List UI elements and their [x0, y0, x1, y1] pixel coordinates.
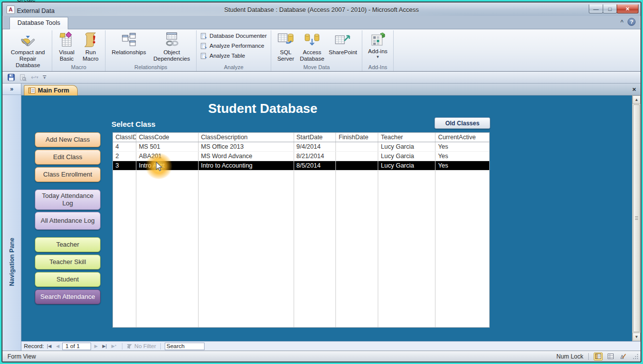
group-label-addins[interactable]: Add-Ins: [365, 64, 391, 71]
column-header[interactable]: StartDate: [294, 133, 336, 142]
table-row[interactable]: 2 ABA201 MS Word Advance 8/21/2014 Lucy …: [113, 152, 489, 161]
form-button[interactable]: Class Enrollment: [35, 167, 101, 182]
record-search-input[interactable]: [165, 343, 205, 350]
save-icon[interactable]: [7, 74, 15, 81]
object-dependencies-button[interactable]: Object Dependencies: [150, 31, 194, 63]
form-button[interactable]: Edit Class: [35, 150, 101, 165]
access-database-button[interactable]: Access Database: [298, 31, 326, 63]
cell-currentactive[interactable]: Yes: [435, 152, 489, 161]
sharepoint-icon: [334, 32, 351, 48]
tab-main-form[interactable]: Main Form: [24, 85, 78, 95]
no-filter-button[interactable]: No Filter: [126, 343, 156, 349]
filter-icon: [126, 344, 132, 349]
analyze-item-button[interactable]: Analyze Table: [199, 51, 268, 61]
analyze-item-button[interactable]: Analyze Performance: [199, 41, 268, 51]
sql-server-button[interactable]: SQL Server: [274, 31, 298, 63]
cell-finishdate[interactable]: [336, 161, 378, 170]
undo-icon[interactable]: ↩▾: [31, 74, 38, 81]
scroll-down-icon[interactable]: ▼: [633, 333, 641, 341]
cell-classdescription[interactable]: MS Word Advance: [199, 152, 294, 161]
column-header[interactable]: CurrentActive: [435, 133, 489, 142]
group-label-relationships[interactable]: Relationships: [108, 64, 194, 71]
cell-classid[interactable]: 4: [113, 142, 136, 151]
analyze-item-button[interactable]: Database Documenter: [199, 31, 268, 41]
workspace: » Navigation Pane Main Form ×: [2, 84, 641, 351]
cell-finishdate[interactable]: [336, 152, 378, 161]
print-preview-icon[interactable]: [19, 74, 26, 81]
cell-classdescription[interactable]: Intro to Accounting: [199, 161, 294, 170]
sharepoint-button[interactable]: SharePoint: [326, 31, 359, 57]
form-button[interactable]: Teacher Skill: [35, 255, 101, 270]
visual-basic-button[interactable]: Visual Basic: [55, 31, 79, 63]
form-button[interactable]: Teacher: [35, 237, 101, 252]
column-header[interactable]: Teacher: [378, 133, 435, 142]
form-button[interactable]: Add New Class: [35, 132, 101, 147]
group-label-macro[interactable]: Macro: [55, 64, 103, 71]
column-header[interactable]: ClassDescription: [199, 133, 294, 142]
table-row[interactable]: 3 Intro Acct Intro to Accounting 8/5/201…: [113, 161, 489, 171]
record-navigation-bar: Record: |◀ ◀ 1 of 1 ▶ ▶| ▶* No Filter: [21, 341, 641, 351]
form-button[interactable]: All Attendance Log: [35, 212, 101, 230]
first-record-button[interactable]: |◀: [45, 344, 53, 349]
help-icon[interactable]: ?: [628, 18, 636, 26]
object-dependencies-icon: [164, 32, 180, 48]
close-button[interactable]: ×: [617, 4, 639, 13]
cell-startdate[interactable]: 8/21/2014: [294, 152, 336, 161]
form-view-icon[interactable]: [594, 353, 603, 361]
cell-classcode[interactable]: MS 501: [136, 142, 199, 151]
next-record-button[interactable]: ▶: [93, 344, 99, 349]
cell-classid[interactable]: 2: [113, 152, 136, 161]
navigation-pane-expand-button[interactable]: »: [2, 84, 21, 95]
ribbon-tab[interactable]: External Data: [9, 5, 68, 17]
form-button[interactable]: Student: [35, 272, 101, 287]
cell-currentactive[interactable]: Yes: [435, 161, 489, 170]
navigation-pane-collapsed[interactable]: » Navigation Pane: [2, 84, 21, 351]
ribbon-tab[interactable]: Database Tools: [9, 17, 68, 29]
cell-classcode[interactable]: Intro Acct: [136, 161, 199, 170]
previous-record-button[interactable]: ◀: [55, 344, 61, 349]
relationships-button[interactable]: Relationships: [108, 31, 150, 57]
record-position-box[interactable]: 1 of 1: [62, 343, 91, 350]
column-header[interactable]: ClassCode: [136, 133, 199, 142]
old-classes-button[interactable]: Old Classes: [434, 117, 490, 129]
addins-button[interactable]: Add-ins ▾: [365, 31, 391, 60]
scroll-up-icon[interactable]: ▲: [633, 95, 641, 104]
cell-classcode[interactable]: ABA201: [136, 152, 199, 161]
cell-classdescription[interactable]: MS Office 2013: [199, 142, 294, 151]
cell-teacher[interactable]: Lucy Garcia: [378, 152, 435, 161]
qat-customize-icon[interactable]: ▾: [43, 76, 46, 79]
cell-teacher[interactable]: Lucy Garcia: [378, 142, 435, 151]
last-record-button[interactable]: ▶|: [101, 344, 108, 349]
close-form-icon[interactable]: ×: [632, 86, 636, 93]
resize-grip[interactable]: [632, 353, 639, 360]
maximize-button[interactable]: □: [603, 4, 617, 13]
group-label-analyze[interactable]: Analyze: [199, 64, 268, 71]
status-view-label: Form View: [7, 353, 36, 360]
analyze-item-label: Database Documenter: [210, 33, 267, 39]
ribbon-group-macro: Visual Basic Run Macro Macro: [52, 30, 106, 71]
minimize-ribbon-icon[interactable]: ^: [621, 19, 624, 25]
ribbon-tab[interactable]: Create: [9, 0, 68, 5]
form-button[interactable]: Today Attendance Log: [35, 189, 101, 210]
cell-finishdate[interactable]: [336, 142, 378, 151]
scrollbar-thumb[interactable]: [633, 104, 640, 332]
datasheet-empty-area: [113, 171, 489, 327]
compact-repair-database-button[interactable]: Compact and Repair Database: [6, 31, 49, 70]
cell-startdate[interactable]: 9/4/2014: [294, 142, 336, 151]
run-macro-button[interactable]: Run Macro: [79, 31, 103, 63]
vertical-scrollbar[interactable]: ▲ ▼: [632, 95, 641, 341]
cell-startdate[interactable]: 8/5/2014: [294, 161, 336, 170]
column-header[interactable]: FinishDate: [336, 133, 378, 142]
design-view-icon[interactable]: [619, 353, 628, 361]
group-label-move-data[interactable]: Move Data: [274, 64, 359, 71]
minimize-button[interactable]: —: [589, 4, 603, 13]
table-row[interactable]: 4 MS 501 MS Office 2013 9/4/2014 Lucy Ga…: [113, 142, 489, 152]
new-record-button[interactable]: ▶*: [110, 344, 118, 349]
form-button[interactable]: Search Attendance: [35, 289, 101, 304]
cell-teacher[interactable]: Lucy Garcia: [378, 161, 435, 170]
run-macro-icon: [83, 32, 99, 48]
column-header[interactable]: ClassID: [113, 133, 136, 142]
layout-view-icon[interactable]: [606, 353, 615, 361]
cell-classid[interactable]: 3: [113, 161, 136, 170]
cell-currentactive[interactable]: Yes: [435, 142, 489, 151]
